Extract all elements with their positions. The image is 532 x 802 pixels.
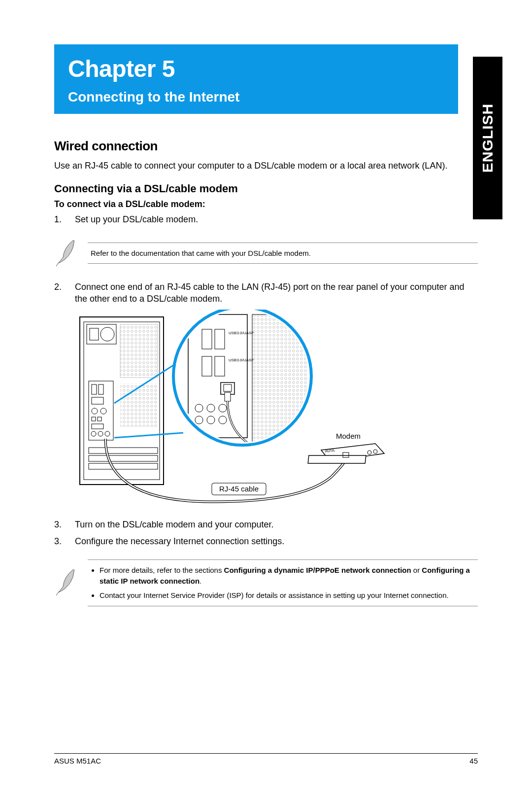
step-item: 3. Turn on the DSL/cable modem and your …	[54, 519, 478, 530]
manual-page: ENGLISH Chapter 5 Connecting to the Inte…	[0, 0, 532, 802]
svg-text:USB3.0/UASP: USB3.0/UASP	[229, 331, 254, 335]
language-label: ENGLISH	[479, 104, 496, 173]
note-block: For more details, refer to the sections …	[54, 559, 478, 606]
note-text: Refer to the documentation that came wit…	[88, 243, 478, 264]
page-footer: ASUS M51AC 45	[54, 753, 478, 765]
procedure-heading: To connect via a DSL/cable modem:	[54, 199, 478, 209]
step-text: Connect one end of an RJ-45 cable to the…	[75, 281, 478, 305]
step-item: 2. Connect one end of an RJ-45 cable to …	[54, 281, 478, 305]
step-text: Configure the necessary Internet connect…	[75, 535, 478, 547]
feather-icon	[54, 238, 79, 269]
connection-diagram: USB3.0/UASP USB3.0/UASP	[75, 310, 390, 507]
svg-rect-8	[120, 384, 158, 427]
svg-rect-7	[120, 324, 158, 378]
computer-tower-icon	[80, 317, 164, 485]
step-number: 1.	[54, 213, 75, 225]
feather-icon	[54, 567, 79, 598]
svg-rect-43	[252, 314, 311, 443]
step-list: 3. Turn on the DSL/cable modem and your …	[54, 519, 478, 548]
footer-page-number: 45	[469, 757, 478, 765]
section-heading: Wired connection	[54, 139, 478, 154]
intro-paragraph: Use an RJ-45 cable to connect your compu…	[54, 160, 478, 172]
step-text: Set up your DSL/cable modem.	[75, 213, 478, 225]
note-bullet: For more details, refer to the sections …	[100, 565, 475, 587]
note-bullet: Contact your Internet Service Provider (…	[100, 590, 475, 601]
footer-model: ASUS M51AC	[54, 757, 101, 765]
note-block: Refer to the documentation that came wit…	[54, 238, 478, 269]
step-number: 3.	[54, 519, 75, 530]
chapter-banner: Chapter 5 Connecting to the Internet	[54, 44, 458, 114]
subsection-heading: Connecting via a DSL/cable modem	[54, 182, 478, 195]
step-list: 1. Set up your DSL/cable modem.	[54, 213, 478, 225]
language-tab: ENGLISH	[473, 57, 502, 219]
step-number: 3.	[54, 535, 75, 547]
cable-label: RJ-45 cable	[212, 483, 266, 495]
svg-text:Modem: Modem	[336, 432, 361, 440]
chapter-subtitle: Connecting to the Internet	[68, 89, 444, 105]
chapter-number: Chapter 5	[68, 55, 444, 82]
step-list: 2. Connect one end of an RJ-45 cable to …	[54, 281, 478, 305]
modem-icon: Modem ADSL	[308, 432, 384, 463]
step-text: Turn on the DSL/cable modem and your com…	[75, 519, 478, 530]
svg-text:RJ-45 cable: RJ-45 cable	[219, 485, 259, 493]
svg-text:USB3.0/UASP: USB3.0/UASP	[229, 358, 254, 362]
step-item: 3. Configure the necessary Internet conn…	[54, 535, 478, 547]
note-text: For more details, refer to the sections …	[88, 559, 478, 606]
svg-rect-44	[225, 392, 231, 401]
step-number: 2.	[54, 281, 75, 305]
svg-rect-46	[308, 455, 366, 463]
step-item: 1. Set up your DSL/cable modem.	[54, 213, 478, 225]
